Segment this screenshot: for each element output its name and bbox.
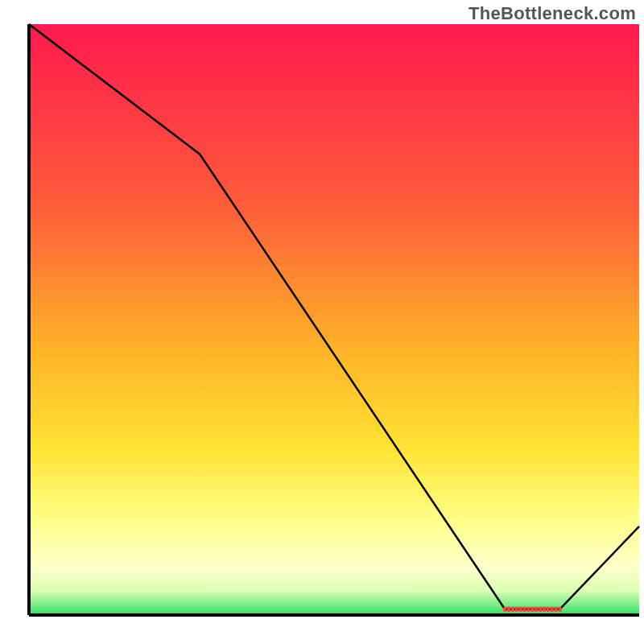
chart-container: TheBottleneck.com (0, 0, 644, 644)
svg-rect-0 (29, 24, 639, 615)
svg-rect-15 (551, 607, 554, 612)
svg-rect-9 (527, 607, 530, 612)
bottleneck-chart (0, 0, 644, 644)
svg-rect-4 (507, 607, 510, 612)
svg-rect-16 (555, 607, 558, 612)
svg-rect-12 (539, 607, 542, 612)
watermark-label: TheBottleneck.com (469, 3, 636, 24)
svg-rect-17 (559, 607, 562, 612)
svg-rect-5 (511, 607, 514, 612)
svg-rect-13 (543, 607, 546, 612)
svg-rect-11 (535, 607, 538, 612)
svg-rect-8 (523, 607, 526, 612)
svg-rect-7 (519, 607, 522, 612)
svg-rect-14 (547, 607, 550, 612)
svg-rect-6 (515, 607, 518, 612)
svg-rect-3 (503, 607, 506, 612)
svg-rect-10 (530, 607, 534, 612)
